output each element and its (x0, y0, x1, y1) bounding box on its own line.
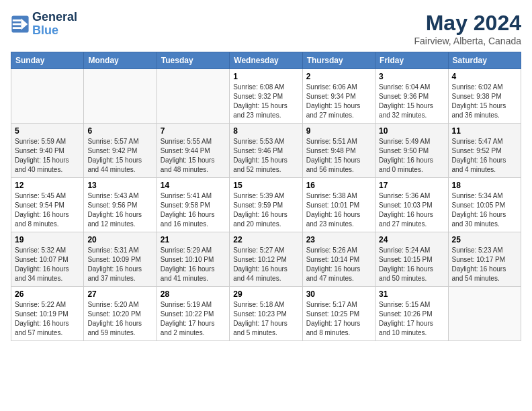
day-detail: Sunrise: 5:49 AM Sunset: 9:50 PM Dayligh… (379, 137, 444, 175)
svg-rect-4 (13, 27, 21, 29)
calendar-cell: 5Sunrise: 5:59 AM Sunset: 9:40 PM Daylig… (11, 124, 84, 178)
day-number: 30 (306, 289, 371, 299)
calendar-cell: 13Sunrise: 5:43 AM Sunset: 9:56 PM Dayli… (84, 178, 157, 232)
day-number: 8 (233, 126, 298, 136)
day-number: 23 (306, 235, 371, 244)
logo: GeneralBlue (11, 11, 77, 38)
day-detail: Sunrise: 5:27 AM Sunset: 10:12 PM Daylig… (233, 246, 298, 283)
calendar-cell: 30Sunrise: 5:17 AM Sunset: 10:25 PM Dayl… (302, 287, 375, 341)
weekday-header: Saturday (448, 52, 521, 69)
calendar-cell: 7Sunrise: 5:55 AM Sunset: 9:44 PM Daylig… (157, 124, 229, 178)
day-detail: Sunrise: 5:47 AM Sunset: 9:52 PM Dayligh… (452, 137, 517, 175)
svg-rect-2 (13, 19, 21, 21)
weekday-header: Tuesday (157, 52, 229, 69)
calendar-cell: 20Sunrise: 5:31 AM Sunset: 10:09 PM Dayl… (84, 232, 157, 287)
day-number: 2 (306, 72, 371, 81)
calendar-cell: 2Sunrise: 6:06 AM Sunset: 9:34 PM Daylig… (302, 69, 375, 124)
day-detail: Sunrise: 5:43 AM Sunset: 9:56 PM Dayligh… (87, 191, 152, 229)
weekday-header-row: SundayMondayTuesdayWednesdayThursdayFrid… (11, 52, 521, 69)
day-detail: Sunrise: 5:15 AM Sunset: 10:26 PM Daylig… (379, 300, 444, 338)
weekday-header: Monday (84, 52, 157, 69)
calendar-cell: 12Sunrise: 5:45 AM Sunset: 9:54 PM Dayli… (11, 178, 84, 232)
weekday-header: Wednesday (230, 52, 302, 69)
day-number: 16 (306, 181, 371, 190)
calendar-cell: 27Sunrise: 5:20 AM Sunset: 10:20 PM Dayl… (84, 287, 157, 341)
day-number: 24 (379, 235, 444, 244)
day-detail: Sunrise: 5:24 AM Sunset: 10:15 PM Daylig… (379, 246, 444, 283)
day-number: 10 (379, 126, 444, 136)
calendar-cell: 19Sunrise: 5:32 AM Sunset: 10:07 PM Dayl… (11, 232, 84, 287)
logo-icon (11, 15, 30, 34)
calendar-cell: 31Sunrise: 5:15 AM Sunset: 10:26 PM Dayl… (375, 287, 448, 341)
day-detail: Sunrise: 5:51 AM Sunset: 9:48 PM Dayligh… (306, 137, 371, 175)
calendar-week-row: 1Sunrise: 6:08 AM Sunset: 9:32 PM Daylig… (11, 69, 521, 124)
day-number: 4 (452, 72, 517, 81)
calendar-cell: 9Sunrise: 5:51 AM Sunset: 9:48 PM Daylig… (302, 124, 375, 178)
day-number: 25 (452, 235, 517, 244)
day-number: 5 (15, 126, 80, 136)
weekday-header: Thursday (302, 52, 375, 69)
day-number: 11 (452, 126, 517, 136)
day-detail: Sunrise: 5:23 AM Sunset: 10:17 PM Daylig… (452, 246, 517, 283)
day-detail: Sunrise: 5:31 AM Sunset: 10:09 PM Daylig… (87, 246, 152, 283)
day-detail: Sunrise: 5:36 AM Sunset: 10:03 PM Daylig… (379, 191, 444, 229)
day-number: 31 (379, 289, 444, 299)
calendar-week-row: 12Sunrise: 5:45 AM Sunset: 9:54 PM Dayli… (11, 178, 521, 232)
page-header: GeneralBlue May 2024 Fairview, Alberta, … (11, 11, 521, 46)
calendar-cell: 8Sunrise: 5:53 AM Sunset: 9:46 PM Daylig… (230, 124, 302, 178)
calendar-cell: 14Sunrise: 5:41 AM Sunset: 9:58 PM Dayli… (157, 178, 229, 232)
day-detail: Sunrise: 6:06 AM Sunset: 9:34 PM Dayligh… (306, 83, 371, 120)
calendar-cell: 25Sunrise: 5:23 AM Sunset: 10:17 PM Dayl… (448, 232, 521, 287)
day-number: 29 (233, 289, 298, 299)
calendar-cell (448, 287, 521, 341)
day-detail: Sunrise: 5:32 AM Sunset: 10:07 PM Daylig… (15, 246, 80, 283)
calendar-cell: 4Sunrise: 6:02 AM Sunset: 9:38 PM Daylig… (448, 69, 521, 124)
day-detail: Sunrise: 6:02 AM Sunset: 9:38 PM Dayligh… (452, 83, 517, 120)
calendar-week-row: 26Sunrise: 5:22 AM Sunset: 10:19 PM Dayl… (11, 287, 521, 341)
calendar-cell: 24Sunrise: 5:24 AM Sunset: 10:15 PM Dayl… (375, 232, 448, 287)
calendar-cell: 29Sunrise: 5:18 AM Sunset: 10:23 PM Dayl… (230, 287, 302, 341)
day-detail: Sunrise: 5:39 AM Sunset: 9:59 PM Dayligh… (233, 191, 298, 229)
day-number: 14 (161, 181, 226, 190)
calendar-cell: 11Sunrise: 5:47 AM Sunset: 9:52 PM Dayli… (448, 124, 521, 178)
calendar-cell: 6Sunrise: 5:57 AM Sunset: 9:42 PM Daylig… (84, 124, 157, 178)
day-number: 28 (161, 289, 226, 299)
weekday-header: Sunday (11, 52, 84, 69)
calendar-cell (11, 69, 84, 124)
calendar-cell (84, 69, 157, 124)
day-number: 19 (15, 235, 80, 244)
day-detail: Sunrise: 5:19 AM Sunset: 10:22 PM Daylig… (161, 300, 226, 338)
day-number: 26 (15, 289, 80, 299)
svg-rect-3 (13, 23, 21, 25)
day-detail: Sunrise: 5:55 AM Sunset: 9:44 PM Dayligh… (161, 137, 226, 175)
calendar-cell: 3Sunrise: 6:04 AM Sunset: 9:36 PM Daylig… (375, 69, 448, 124)
calendar-cell: 1Sunrise: 6:08 AM Sunset: 9:32 PM Daylig… (230, 69, 302, 124)
day-number: 17 (379, 181, 444, 190)
day-number: 15 (233, 181, 298, 190)
calendar-cell: 21Sunrise: 5:29 AM Sunset: 10:10 PM Dayl… (157, 232, 229, 287)
calendar-table: SundayMondayTuesdayWednesdayThursdayFrid… (11, 52, 521, 341)
calendar-cell: 23Sunrise: 5:26 AM Sunset: 10:14 PM Dayl… (302, 232, 375, 287)
day-number: 22 (233, 235, 298, 244)
day-detail: Sunrise: 6:04 AM Sunset: 9:36 PM Dayligh… (379, 83, 444, 120)
day-number: 20 (87, 235, 152, 244)
day-detail: Sunrise: 5:17 AM Sunset: 10:25 PM Daylig… (306, 300, 371, 338)
day-detail: Sunrise: 5:18 AM Sunset: 10:23 PM Daylig… (233, 300, 298, 338)
calendar-week-row: 19Sunrise: 5:32 AM Sunset: 10:07 PM Dayl… (11, 232, 521, 287)
calendar-cell: 22Sunrise: 5:27 AM Sunset: 10:12 PM Dayl… (230, 232, 302, 287)
day-detail: Sunrise: 5:57 AM Sunset: 9:42 PM Dayligh… (87, 137, 152, 175)
day-number: 3 (379, 72, 444, 81)
day-number: 21 (161, 235, 226, 244)
day-detail: Sunrise: 5:22 AM Sunset: 10:19 PM Daylig… (15, 300, 80, 338)
calendar-cell: 10Sunrise: 5:49 AM Sunset: 9:50 PM Dayli… (375, 124, 448, 178)
calendar-cell: 16Sunrise: 5:38 AM Sunset: 10:01 PM Dayl… (302, 178, 375, 232)
day-detail: Sunrise: 5:38 AM Sunset: 10:01 PM Daylig… (306, 191, 371, 229)
calendar-cell: 26Sunrise: 5:22 AM Sunset: 10:19 PM Dayl… (11, 287, 84, 341)
calendar-week-row: 5Sunrise: 5:59 AM Sunset: 9:40 PM Daylig… (11, 124, 521, 178)
weekday-header: Friday (375, 52, 448, 69)
day-number: 27 (87, 289, 152, 299)
day-number: 6 (87, 126, 152, 136)
month-title: May 2024 (414, 11, 521, 36)
day-number: 12 (15, 181, 80, 190)
calendar-cell: 28Sunrise: 5:19 AM Sunset: 10:22 PM Dayl… (157, 287, 229, 341)
